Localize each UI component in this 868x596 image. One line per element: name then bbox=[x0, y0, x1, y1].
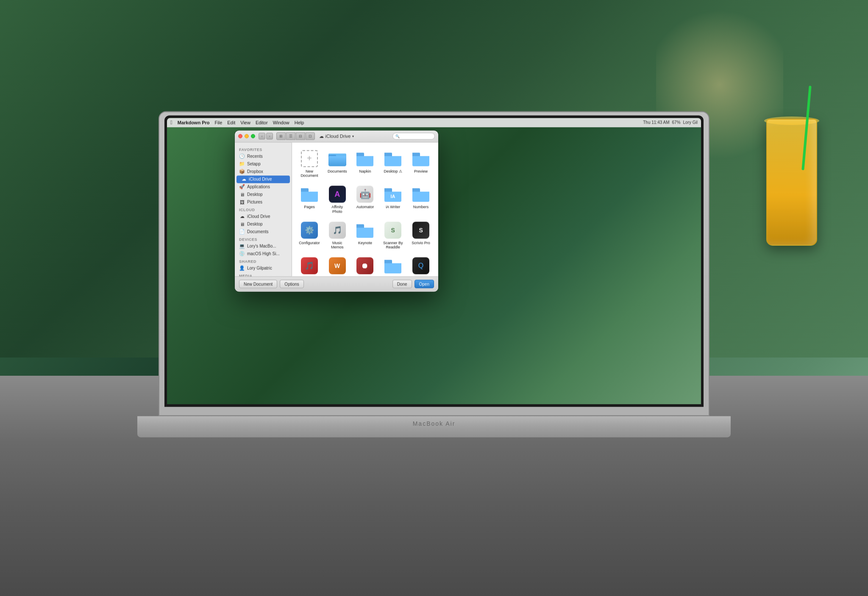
dialog-body: Favorites 🕒 Recents 📁 Setapp bbox=[235, 142, 438, 276]
search-icon: 🔍 bbox=[395, 134, 400, 138]
sidebar-item-macos[interactable]: 💿 macOS High Si... bbox=[235, 250, 292, 258]
sidebar-item-applications[interactable]: 🚀 Applications bbox=[235, 183, 292, 191]
icloud-docs-icon: 📄 bbox=[239, 229, 245, 235]
menubar-right: Thu 11:43 AM 67% Lory Gil bbox=[643, 120, 698, 125]
file-item-napkin[interactable]: Napkin bbox=[353, 147, 378, 180]
menubar-edit[interactable]: Edit bbox=[227, 120, 235, 125]
file-item-preview[interactable]: Preview bbox=[409, 147, 433, 180]
file-item-just-press-record[interactable]: ⏺ Just Press Record bbox=[353, 255, 378, 276]
new-document-label: New Document bbox=[299, 169, 320, 178]
minimize-button[interactable] bbox=[245, 134, 249, 138]
sidebar-item-recents[interactable]: 🕒 Recents bbox=[235, 152, 292, 160]
view-buttons: ⊞ ☰ ⊟ ⊡ bbox=[276, 132, 315, 140]
file-item-scanner[interactable]: S Scanner By Readdle bbox=[381, 219, 405, 252]
nav-buttons: ‹ › bbox=[259, 133, 273, 139]
back-button[interactable]: ‹ bbox=[259, 133, 265, 139]
sidebar-item-setapp[interactable]: 📁 Setapp bbox=[235, 160, 292, 168]
numbers-label: Numbers bbox=[413, 205, 429, 209]
icloud-label: iCloud bbox=[235, 206, 292, 213]
automator-icon: 🤖 bbox=[356, 185, 374, 203]
shared-user-icon: 👤 bbox=[239, 265, 245, 271]
numbers-icon bbox=[412, 185, 430, 203]
automator-label: Automator bbox=[356, 205, 374, 209]
workflow-icon: W bbox=[328, 257, 347, 275]
macbook-icon: 💻 bbox=[239, 243, 245, 249]
sidebar-item-icloud-desktop[interactable]: 🖥 Desktop bbox=[235, 220, 292, 228]
setapp-icon: 📁 bbox=[239, 161, 245, 167]
menubar-help[interactable]: Help bbox=[295, 120, 304, 125]
menubar-window[interactable]: Window bbox=[273, 120, 289, 125]
cloud-icon: ☁ bbox=[319, 133, 324, 139]
glass bbox=[766, 119, 817, 246]
done-button[interactable]: Done bbox=[392, 280, 412, 288]
open-button[interactable]: Open bbox=[415, 280, 434, 288]
menubar-view[interactable]: View bbox=[240, 120, 250, 125]
icloud2-icon: ☁ bbox=[239, 213, 245, 219]
sidebar-item-pictures[interactable]: 🖼 Pictures bbox=[235, 198, 292, 206]
sidebar-item-macbook[interactable]: 💻 Lory's MacBo... bbox=[235, 242, 292, 250]
desktop-label: Desktop ⚠ bbox=[384, 169, 403, 174]
sidebar-item-shared-user[interactable]: 👤 Lory Gilpatric bbox=[235, 264, 292, 272]
menubar-file[interactable]: File bbox=[215, 120, 223, 125]
sidebar-item-icloud[interactable]: ☁ iCloud Drive bbox=[236, 175, 290, 183]
gallery-view-button[interactable]: ⊡ bbox=[306, 132, 315, 140]
macbook-label: MacBook Air bbox=[413, 420, 456, 427]
just-press-record-icon: ⏺ bbox=[356, 257, 374, 275]
file-item-affinity[interactable]: A Affinity Photo bbox=[325, 183, 350, 216]
file-item-documents[interactable]: Documents bbox=[325, 147, 350, 180]
screen:  Markdown Pro File Edit View Editor Win… bbox=[167, 118, 701, 404]
column-view-button[interactable]: ⊟ bbox=[296, 132, 305, 140]
sidebar-item-desktop[interactable]: 🖥 Desktop bbox=[235, 191, 292, 198]
options-button[interactable]: Options bbox=[280, 280, 303, 288]
iawriter-icon: IA bbox=[384, 185, 402, 203]
icon-view-button[interactable]: ⊞ bbox=[276, 132, 286, 140]
music-memos-label: Music Memos bbox=[327, 241, 348, 250]
napkin-icon bbox=[356, 149, 374, 168]
file-item-iawriter[interactable]: IA iA Writer bbox=[381, 183, 405, 216]
shared-label: Shared bbox=[235, 258, 292, 264]
file-item-new-document[interactable]: + New Document bbox=[297, 147, 322, 180]
devices-label: Devices bbox=[235, 236, 292, 242]
keynote-label: Keynote bbox=[358, 241, 372, 245]
file-item-textedit[interactable]: TextEdit bbox=[381, 255, 405, 276]
search-box[interactable]: 🔍 bbox=[392, 133, 435, 139]
file-item-configurator[interactable]: ⚙️ Configurator bbox=[297, 219, 322, 252]
file-grid-container: + New Document bbox=[292, 142, 438, 276]
file-item-numbers[interactable]: Numbers bbox=[409, 183, 433, 216]
file-item-workflow[interactable]: W Workflow bbox=[325, 255, 350, 276]
forward-button[interactable]: › bbox=[266, 133, 273, 139]
maximize-button[interactable] bbox=[251, 134, 255, 138]
menubar:  Markdown Pro File Edit View Editor Win… bbox=[167, 118, 701, 127]
macbook:  Markdown Pro File Edit View Editor Win… bbox=[137, 111, 731, 501]
menubar-left:  Markdown Pro File Edit View Editor Win… bbox=[170, 119, 638, 125]
configurator-label: Configurator bbox=[299, 241, 320, 245]
traffic-lights bbox=[238, 134, 255, 138]
file-item-quicktime[interactable]: Q QuickTime Player bbox=[409, 255, 433, 276]
file-item-audionote[interactable]: 🎵 AudioNote bbox=[297, 255, 322, 276]
file-item-desktop[interactable]: Desktop ⚠ bbox=[381, 147, 405, 180]
textedit-folder-icon bbox=[384, 257, 402, 275]
screen-bezel:  Markdown Pro File Edit View Editor Win… bbox=[164, 115, 704, 407]
scrivio-icon: S bbox=[412, 221, 430, 239]
iawriter-label: iA Writer bbox=[386, 205, 400, 209]
file-item-music-memos[interactable]: 🎵 Music Memos bbox=[325, 219, 350, 252]
new-document-button[interactable]: New Document bbox=[239, 280, 277, 288]
menubar-app-name: Markdown Pro bbox=[178, 120, 210, 125]
affinity-label: Affinity Photo bbox=[327, 205, 348, 214]
audionote-icon: 🎵 bbox=[300, 257, 319, 275]
file-item-keynote[interactable]: Keynote bbox=[353, 219, 378, 252]
file-item-scrivio[interactable]: S Scrivio Pro bbox=[409, 219, 433, 252]
applications-icon: 🚀 bbox=[239, 184, 245, 190]
sidebar-item-icloud2[interactable]: ☁ iCloud Drive bbox=[235, 213, 292, 220]
favorites-label: Favorites bbox=[235, 146, 292, 152]
file-item-pages[interactable]: Pages bbox=[297, 183, 322, 216]
list-view-button[interactable]: ☰ bbox=[286, 132, 295, 140]
sidebar-item-dropbox[interactable]: 📦 Dropbox bbox=[235, 168, 292, 175]
keynote-folder-icon bbox=[356, 221, 374, 239]
menubar-editor[interactable]: Editor bbox=[256, 120, 268, 125]
file-item-automator[interactable]: 🤖 Automator bbox=[353, 183, 378, 216]
sidebar-item-icloud-docs[interactable]: 📄 Documents bbox=[235, 228, 292, 236]
close-button[interactable] bbox=[238, 134, 242, 138]
macos-desktop:  Markdown Pro File Edit View Editor Win… bbox=[167, 118, 701, 404]
icloud-icon: ☁ bbox=[241, 176, 247, 182]
